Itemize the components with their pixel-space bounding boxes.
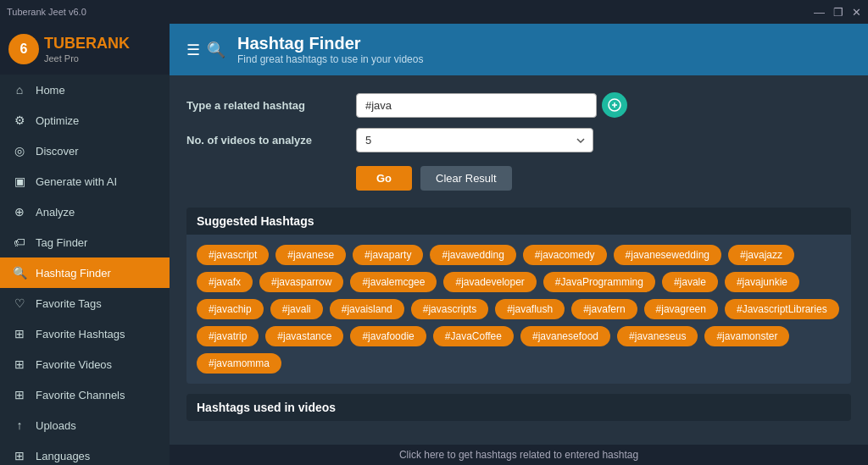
hashtag-label: Type a related hashtag (186, 99, 356, 112)
ai-icon (608, 98, 621, 112)
hashtag-finder-icon: 🔍 (12, 265, 27, 280)
tag-item[interactable]: #javale (662, 272, 718, 292)
sidebar-item-favorite-tags[interactable]: ♡ Favorite Tags (0, 288, 170, 318)
tag-item[interactable]: #javaflush (495, 299, 565, 319)
close-button[interactable]: ✕ (852, 7, 861, 18)
tag-item[interactable]: #javadeveloper (443, 272, 536, 292)
suggested-section: Suggested Hashtags #javascript#javanese#… (186, 208, 851, 384)
tag-item[interactable]: #javascript (197, 245, 269, 265)
tag-item[interactable]: #javafern (571, 299, 637, 319)
header-icons: ☰ 🔍 (186, 41, 225, 59)
sidebar-item-label: Discover (36, 145, 79, 158)
titlebar-controls: — ❐ ✕ (814, 7, 861, 18)
go-button[interactable]: Go (356, 166, 412, 191)
tag-item[interactable]: #javamonster (704, 326, 789, 346)
content-area: Type a related hashtag No. of videos to … (170, 75, 868, 445)
sidebar-item-discover[interactable]: ◎ Discover (0, 136, 170, 166)
sidebar-item-favorite-channels[interactable]: ⊞ Favorite Channels (0, 379, 170, 410)
search-header-icon: 🔍 (207, 41, 225, 59)
tag-item[interactable]: #javali (270, 299, 323, 319)
sidebar-item-label: Home (36, 84, 65, 97)
tag-item[interactable]: #javatrip (197, 326, 259, 346)
sidebar-item-tag-finder[interactable]: 🏷 Tag Finder (0, 227, 170, 257)
tags-container: #javascript#javanese#javaparty#javaweddi… (186, 235, 851, 384)
sidebar-item-label: Favorite Channels (36, 389, 125, 401)
hashtag-input[interactable] (356, 93, 597, 118)
tag-item[interactable]: #javaparty (353, 245, 423, 265)
discover-icon: ◎ (12, 143, 27, 158)
optimize-icon: ⚙ (12, 113, 27, 128)
used-title: Hashtags used in videos (186, 394, 851, 421)
tag-item[interactable]: #JavaProgramming (543, 272, 655, 292)
minimize-button[interactable]: — (814, 7, 825, 18)
sidebar-item-label: Optimize (36, 114, 79, 127)
sidebar-item-generate-ai[interactable]: ▣ Generate with AI (0, 166, 170, 197)
tag-item[interactable]: #JavaCoffee (433, 326, 514, 346)
tag-item[interactable]: #javascripts (411, 299, 488, 319)
sidebar-item-uploads[interactable]: ↑ Uploads (0, 410, 170, 440)
sidebar-item-optimize[interactable]: ⚙ Optimize (0, 105, 170, 136)
sidebar-item-analyze[interactable]: ⊕ Analyze (0, 197, 170, 227)
tag-item[interactable]: #javacomedy (523, 245, 607, 265)
sidebar-item-label: Favorite Videos (36, 358, 112, 371)
sidebar-item-label: Favorite Hashtags (36, 328, 125, 340)
tag-item[interactable]: #javasparrow (259, 272, 343, 292)
logo-sub: Jeet Pro (44, 53, 130, 64)
tag-item[interactable]: #javafx (197, 272, 253, 292)
app-body: 6 TUBERANK Jeet Pro ⌂ Home ⚙ Optimize ◎ … (0, 24, 868, 465)
videos-label: No. of videos to analyze (186, 134, 356, 147)
tag-item[interactable]: #javastance (265, 326, 343, 346)
generate-ai-icon: ▣ (12, 174, 27, 189)
page-title: Hashtag Finder (237, 34, 423, 53)
favorite-tags-icon: ♡ (12, 296, 27, 311)
restore-button[interactable]: ❐ (833, 7, 843, 18)
favorite-hashtags-icon: ⊞ (12, 326, 27, 341)
status-bar[interactable]: Click here to get hashtags related to en… (170, 445, 868, 465)
favorite-channels-icon: ⊞ (12, 387, 27, 402)
clear-button[interactable]: Clear Result (420, 166, 512, 191)
tag-item[interactable]: #javaisland (330, 299, 404, 319)
page-header: ☰ 🔍 Hashtag Finder Find great hashtags t… (170, 24, 868, 75)
tag-item[interactable]: #javachip (197, 299, 264, 319)
ai-button[interactable] (602, 92, 627, 118)
tag-item[interactable]: #javamomma (197, 353, 281, 374)
sidebar-item-hashtag-finder[interactable]: 🔍 Hashtag Finder (0, 257, 170, 288)
sidebar-item-label: Languages (36, 450, 90, 462)
button-row: Go Clear Result (356, 166, 851, 191)
sidebar-logo: 6 TUBERANK Jeet Pro (0, 24, 170, 75)
tag-item[interactable]: #javafoodie (350, 326, 426, 346)
languages-icon: ⊞ (12, 448, 27, 463)
tag-item[interactable]: #javanesefood (520, 326, 610, 346)
sidebar-item-languages[interactable]: ⊞ Languages (0, 440, 170, 465)
tag-finder-icon: 🏷 (12, 235, 27, 250)
home-icon: ⌂ (12, 82, 27, 97)
tag-item[interactable]: #javawedding (430, 245, 515, 265)
tag-item[interactable]: #javagreen (644, 299, 718, 319)
tag-item[interactable]: #javajunkie (725, 272, 799, 292)
logo-text-block: TUBERANK Jeet Pro (44, 35, 130, 64)
videos-row: No. of videos to analyze 5 10 15 20 (186, 128, 851, 152)
form-section: Type a related hashtag No. of videos to … (186, 92, 851, 152)
videos-select[interactable]: 5 10 15 20 (356, 128, 593, 152)
tag-item[interactable]: #JavascriptLibraries (725, 299, 839, 319)
titlebar: Tuberank Jeet v6.0 — ❐ ✕ (0, 0, 868, 24)
rank-text: RANK (86, 35, 130, 52)
menu-icon: ☰ (186, 41, 200, 59)
sidebar-item-label: Favorite Tags (36, 297, 102, 310)
sidebar-item-favorite-videos[interactable]: ⊞ Favorite Videos (0, 349, 170, 379)
sidebar-item-label: Tag Finder (36, 236, 87, 249)
used-section: Hashtags used in videos (186, 394, 851, 421)
sidebar: 6 TUBERANK Jeet Pro ⌂ Home ⚙ Optimize ◎ … (0, 24, 170, 465)
logo-brand: TUBERANK (44, 35, 130, 53)
sidebar-item-home[interactable]: ⌂ Home (0, 75, 170, 105)
tag-item[interactable]: #javalemcgee (350, 272, 437, 292)
tag-item[interactable]: #javajazz (728, 245, 794, 265)
tag-item[interactable]: #javanesewedding (614, 245, 721, 265)
sidebar-item-label: Hashtag Finder (36, 267, 111, 280)
suggested-title: Suggested Hashtags (186, 208, 851, 235)
tag-item[interactable]: #javanese (275, 245, 346, 265)
sidebar-item-favorite-hashtags[interactable]: ⊞ Favorite Hashtags (0, 318, 170, 349)
hashtag-row: Type a related hashtag (186, 92, 851, 118)
tag-item[interactable]: #javaneseus (617, 326, 698, 346)
analyze-icon: ⊕ (12, 204, 27, 219)
